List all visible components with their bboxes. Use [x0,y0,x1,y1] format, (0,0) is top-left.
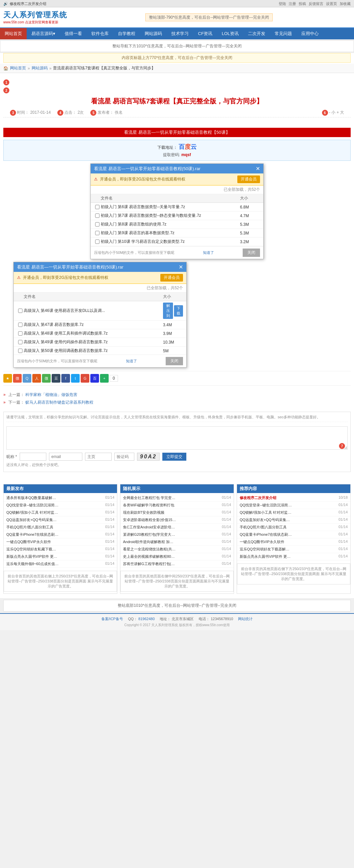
decompress-button[interactable]: 解压到 [163,303,173,319]
file2-check-2[interactable] [17,322,24,327]
favorite-link[interactable]: 加收藏 [340,0,351,7]
modal-2-vip-button[interactable]: 开通会员 [160,274,183,282]
list-item: QQ远盖加好友+QQ号码采集软件+... 01/14 [237,517,350,524]
nav-item-app[interactable]: 应用中心 [297,28,323,39]
modal-1-vip-button[interactable]: 开通会员 [237,176,260,183]
list-item: QQ锁解/强加小工具 针对对监控限制... 01/14 [4,509,117,517]
modal-2-close[interactable]: ✕ [179,264,183,270]
file-check-3[interactable] [94,222,101,226]
logo-title[interactable]: 天人系列管理系统 [3,10,67,20]
modal-1-hint[interactable]: 知道了 [203,250,214,255]
douban-icon[interactable]: 豆 [52,374,60,383]
baidu-logo: 百度云 [179,144,197,150]
nav-item-home[interactable]: 网站首页 [0,28,27,39]
twitter-icon[interactable]: t [71,374,80,383]
feedback-link[interactable]: 反馈留言 [309,0,323,7]
prev-link[interactable]: 科学家称「植物油」做饭危害 [25,392,77,397]
favorite-icon[interactable]: ★ [3,374,12,383]
list-item: 通杀所有版本QQ数量墓破解补丁 01/14 [4,494,117,502]
file-check-2[interactable] [94,214,101,218]
next-link[interactable]: 蚁马人易语言制作键盘记录器系列教程 [25,400,93,405]
file2-check-4[interactable] [17,340,24,344]
list-item: 手机QQ照片/图八面分割工具 01/14 [4,524,117,531]
settings-link[interactable]: 设置页 [326,0,337,7]
file-check-5[interactable] [94,240,101,244]
social-bar: ★ 微 Q 人 微 豆 f t G 百 + 0 [3,371,351,385]
file-check-1[interactable] [94,205,101,209]
register-link[interactable]: 注册 [289,0,296,7]
modal-1-close-button[interactable]: 关闭 [243,249,260,257]
modal-2-close-button[interactable]: 关闭 [166,357,183,365]
modal-1-file-header: 文件名 大小 [91,194,263,203]
comment-verify-input[interactable] [114,453,134,461]
modal-1-file-row: 初级入门 第9课 易语言的基本数据类型.7z 5.3M [91,229,263,238]
content-outer: 内容页标题上方770*任意高度，可在后台--广告管理---完全关闭 🏠 网站首页… [0,53,354,598]
nav-item-tech[interactable]: 技术学习 [167,28,193,39]
file2-check-3[interactable] [17,331,24,336]
nav-item-worth[interactable]: 值得一看 [60,28,87,39]
top-bar-left: 🔊 修改程序二次开发介绍 [3,0,46,7]
footer-stat[interactable]: 网站统计 [238,617,253,621]
modal-1-titlebar: 看流星 易语言—一切从零开始零基础语音教程(50课).rar ✕ [91,164,263,174]
list-item: 一键点QQ圈书VIP永久软件 01/14 [237,538,350,546]
facebook-icon[interactable]: f [61,374,70,383]
weibo-icon[interactable]: 微 [13,374,22,383]
comment-textarea[interactable] [6,426,348,450]
nav-item-dev[interactable]: 二次开发 [243,28,270,39]
nav-item-tutorial[interactable]: 自学教程 [113,28,140,39]
breadcrumb-source[interactable]: 网站源码 [32,65,48,71]
nav-item-software[interactable]: 软件仓库 [87,28,113,39]
nav-item-cf[interactable]: CF资讯 [193,28,217,39]
nav-item-source[interactable]: 网站源码 [140,28,167,39]
header-banner: 整站顶部-790*任意高度，可在后台--网站管理---广告管理---完全关闭 [67,15,351,20]
comment-login-hint: 还没有人评论，赶快抢个沙发吧。 [6,462,348,467]
next-article: » 下一篇： 蚁马人易语言制作键盘记录器系列教程 [3,399,351,406]
comment-submit-button[interactable]: 立即提交 [162,453,186,461]
marquee-link[interactable]: 修改程序二次开发介绍 [10,0,46,7]
nav-item-lol[interactable]: LOL资讯 [217,28,243,39]
panel-random-list: 全网最全社工教程打包 学完变大牛 01/14 各类WiFi破解学习教程资料打包 … [120,493,234,569]
prev-article: » 上一篇： 科学家称「植物油」做饭危害 [3,391,351,399]
file-check-4[interactable] [94,231,101,235]
footer-qq[interactable]: 81962480 [138,617,155,621]
baidushare-icon[interactable]: 百 [90,374,99,383]
badge-6: 6 [322,110,328,116]
list-item: 鱼C工作室Android安卓进阶培训第一期教程... 01/14 [120,524,234,531]
top-bar-right: 登陆 注册 投稿 反馈留言 设置页 加收藏 [279,0,351,7]
panel-latest-ad: 前台非首页的其他页面右侧上方250/233*任意高度，可在后台--网站管理--广… [4,571,117,592]
modal-1-close[interactable]: ✕ [256,165,260,172]
comment-email-input[interactable] [49,453,82,461]
comment-name-input[interactable] [20,453,46,461]
panel-random-ad: 前台非首页的其他页面右侧中间250/233*任意高度，可在后台--网站管理--广… [120,571,234,592]
file2-check-1[interactable] [17,309,24,313]
breadcrumb-home[interactable]: 网站首页 [10,65,26,71]
comment-web-input[interactable] [85,453,112,461]
modal-2-file-row: 高级深入 第49课 使用代码操作易语言数据库.7z 10.3M [14,338,186,347]
bottom-panels: 最新发布 通杀所有版本QQ数量墓破解补丁 01/14 QQ找堂登录--键生活防沉… [3,482,351,596]
article-content: 1 2 看流星 易语言写练7套课程【真正完整全版，与官方同步】 3 时间： 20… [0,73,354,598]
modal-2: 看流星 易语言—一切从零开始零基础语音教程(50课).rar ✕ ⚠ 开通会员，… [13,262,187,368]
renren-icon[interactable]: 人 [32,374,41,383]
download-button[interactable]: 下载 [174,305,183,317]
addshare-icon[interactable]: + [100,374,109,383]
list-item: 逗乐QQ空间胡好友私藏下载解析版 01/14 [4,546,117,553]
list-item: 新版点亮永久圆书VIP软件 更安全... 01/14 [4,553,117,560]
panel-recommend-header: 推荐内容 [237,484,350,493]
panel-recommend-ad: 前台非首页的其他页面右侧下方250/233*任意高度，可在后台--网站管理--广… [237,563,350,584]
googleplus-icon[interactable]: G [81,374,89,383]
list-item: 现在刷款BT安全效防视频 01/14 [120,509,234,517]
inner-banner-content-top: 内容页标题上方770*任意高度，可在后台--广告管理---完全关闭 [3,53,351,63]
modal-2-hint[interactable]: 知道了 [126,359,137,364]
nav-item-faq[interactable]: 常见问题 [270,28,297,39]
modal-1-footer: 压缩包内小于50M的文件，可以直接转存至下载呢 知道了 关闭 [91,246,263,259]
course-banner: 看流星 易语言—一切从零开始零基础语音教程【50课】 [3,128,351,137]
wechat-icon[interactable]: 微 [42,374,51,383]
nav-item-yy[interactable]: 易语言源码▾ [27,28,60,39]
qq-share-icon[interactable]: Q [23,374,31,383]
login-link[interactable]: 登陆 [279,0,286,7]
footer-icp[interactable]: 备案/ICP备号 [101,617,123,621]
article-title: 看流星 易语言写练7套课程【真正完整全版，与官方同步】 [3,94,351,108]
logo-subtitle: www.55tr.com 点这里到官网查看更新 [3,20,67,25]
file2-check-5[interactable] [17,349,24,353]
contribute-link[interactable]: 投稿 [299,0,306,7]
